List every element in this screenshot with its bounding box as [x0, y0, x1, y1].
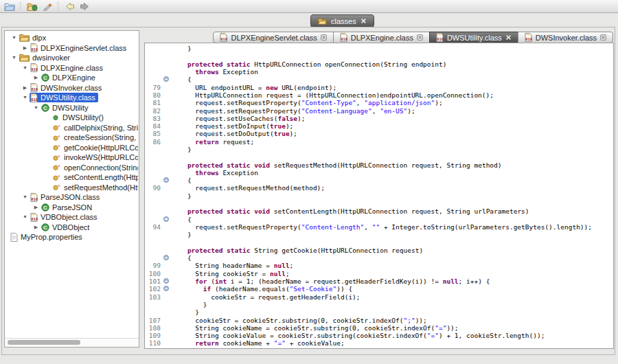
back-icon[interactable] — [64, 1, 76, 12]
tree-item[interactable]: ▼010DLPXEngine.class — [5, 63, 138, 73]
code-line: 85 request.setDoOutput(true); — [146, 130, 613, 137]
code-line: 79 URL endpointURL = new URL(endpoint); — [146, 83, 613, 91]
open-archive-icon[interactable] — [26, 1, 38, 12]
expander-open-icon[interactable]: ▼ — [21, 63, 30, 73]
fold-collapse-icon[interactable] — [163, 216, 169, 222]
code-editor[interactable]: } protected static HttpURLConnection ope… — [144, 43, 614, 349]
close-tab-icon[interactable] — [600, 34, 606, 41]
tree-item[interactable]: ▼dwsinvoker — [5, 53, 138, 63]
tree-item[interactable]: ▶CParseJSON — [5, 203, 138, 213]
fold-column-empty — [163, 45, 172, 52]
classfile-icon: 010 — [30, 83, 38, 92]
editor-tab[interactable]: 010DWSUtility.class — [429, 32, 518, 43]
fold-collapse-icon[interactable] — [163, 278, 169, 284]
tree-item[interactable]: screateSession(String, St — [5, 133, 138, 143]
tree-item[interactable]: ▶010DWSInvoker.class — [5, 83, 138, 93]
classfile-icon: 010 — [525, 33, 532, 42]
class-icon: C — [41, 73, 49, 82]
tree-item[interactable]: ssetRequestMethod(Http — [5, 183, 138, 193]
fold-collapse-icon[interactable] — [163, 255, 169, 260]
properties-icon — [10, 233, 18, 242]
editor-tab[interactable]: 010DLPXEngine.class — [333, 32, 430, 43]
code-text: } — [172, 45, 192, 52]
tree-item[interactable]: ▼010ParseJSON.class — [5, 192, 138, 203]
tree-item-label: createSession(String, St — [64, 133, 138, 141]
tree-item[interactable]: ▶010DLPXEngineServlet.class — [5, 43, 138, 54]
fold-column-empty — [163, 247, 172, 254]
code-text: String cookieValue = cookieStr.substring… — [172, 332, 545, 339]
open-folder-icon[interactable] — [3, 1, 15, 12]
code-text: String cookieStr = null; — [172, 270, 290, 277]
expander-closed-icon[interactable]: ▶ — [32, 223, 41, 232]
code-text: throws Exception — [172, 68, 258, 76]
code-text: protected static String getCookie(HttpUR… — [172, 247, 423, 254]
tree-item[interactable]: ▼CDWSUtility — [5, 103, 138, 113]
editor-tab[interactable]: 010DWSInvoker.class — [518, 32, 613, 43]
tab-classes[interactable]: classes — [310, 14, 374, 27]
expander-open-icon[interactable]: ▼ — [10, 33, 19, 43]
code-line: 81 request.setRequestProperty("Content-T… — [146, 99, 613, 106]
code-line: protected static String getCookie(HttpUR… — [146, 247, 613, 254]
code-text: String cookieName = cookieStr.substring(… — [172, 324, 459, 332]
editor-tab[interactable]: 010DLPXEngineServlet.class — [213, 32, 333, 43]
classfile-icon: 010 — [30, 63, 38, 72]
package-explorer: ▼dlpx▶010DLPXEngineServlet.class▼dwsinvo… — [4, 30, 139, 348]
close-tab-icon[interactable] — [417, 34, 423, 41]
close-tab-icon[interactable] — [360, 17, 367, 25]
tree-item[interactable]: scallDelphix(String, Strin — [5, 123, 138, 133]
line-number: 80 — [146, 91, 163, 99]
tree-item-body: CDLPXEngine — [41, 73, 98, 82]
code-text: { — [172, 177, 192, 184]
tree-item[interactable]: ▼dlpx — [5, 33, 138, 43]
editor-tab-label: DWSUtility.class — [447, 34, 502, 42]
fold-collapse-icon[interactable] — [163, 177, 169, 183]
tree-item-label: dwsinvoker — [32, 54, 70, 62]
code-text: cookieStr = cookieStr.substring(0, cooki… — [172, 317, 427, 324]
expander-closed-icon[interactable]: ▶ — [32, 203, 41, 212]
classfile-icon: 010 — [30, 43, 38, 52]
expander-closed-icon[interactable]: ▶ — [21, 83, 30, 93]
expander-open-icon[interactable]: ▼ — [21, 192, 30, 202]
line-number: 86 — [146, 138, 163, 146]
expander-closed-icon[interactable]: ▶ — [32, 73, 41, 82]
decompile-icon[interactable] — [41, 1, 53, 12]
fold-column-empty — [163, 99, 172, 106]
expander-open-icon[interactable]: ▼ — [21, 93, 30, 102]
svg-text:010: 010 — [31, 197, 38, 201]
code-line: 103 cookieStr = request.getHeaderField(i… — [146, 293, 613, 301]
tree-item[interactable]: ssetContentLength(Http — [5, 172, 138, 183]
tree-item[interactable]: ▼010DWSUtility.class — [5, 93, 138, 103]
expander-open-icon[interactable]: ▼ — [10, 53, 19, 62]
fold-column-empty — [163, 262, 172, 269]
fold-collapse-icon[interactable] — [163, 76, 169, 82]
tree-item[interactable]: sinvokeWS(HttpURLConn — [5, 152, 138, 163]
tree-item-body: DWSUtility() — [52, 113, 106, 122]
expander-open-icon[interactable]: ▼ — [21, 212, 30, 222]
tree-item[interactable]: ▶CVDBObject — [5, 223, 138, 233]
fold-collapse-icon[interactable] — [163, 286, 169, 291]
tree-item-body: MyProp.properties — [10, 232, 85, 242]
class-icon: C — [41, 203, 49, 212]
line-number: 81 — [146, 99, 163, 106]
close-tab-icon[interactable] — [321, 34, 327, 41]
line-number: 99 — [146, 262, 163, 269]
close-tab-icon[interactable] — [505, 34, 512, 41]
tree-item[interactable]: DWSUtility() — [5, 113, 138, 123]
tree-item-body: sgetCookie(HttpURLCon — [52, 143, 138, 152]
tree-item[interactable]: MyProp.properties — [5, 232, 138, 242]
fold-column — [163, 216, 172, 223]
tree-item[interactable]: ▶CDLPXEngine — [5, 73, 138, 83]
expander-closed-icon[interactable]: ▶ — [21, 43, 30, 53]
forward-icon[interactable] — [79, 1, 91, 12]
tree-item-body: CDWSUtility — [41, 103, 91, 113]
tree-item[interactable]: sgetCookie(HttpURLCon — [5, 143, 138, 153]
tree-item[interactable]: ▼010VDBObject.class — [5, 212, 138, 223]
code-text: cookieStr = request.getHeaderField(i); — [172, 293, 360, 301]
code-line: { — [146, 216, 613, 223]
scrollbar-thumb[interactable] — [8, 340, 80, 345]
code-line: protected static void setRequestMethod(H… — [146, 161, 613, 168]
tree-item[interactable]: sopenConnection(String) — [5, 163, 138, 173]
expander-open-icon[interactable]: ▼ — [32, 103, 41, 113]
tree-horizontal-scrollbar[interactable] — [5, 338, 139, 347]
fold-column-empty — [163, 52, 172, 60]
